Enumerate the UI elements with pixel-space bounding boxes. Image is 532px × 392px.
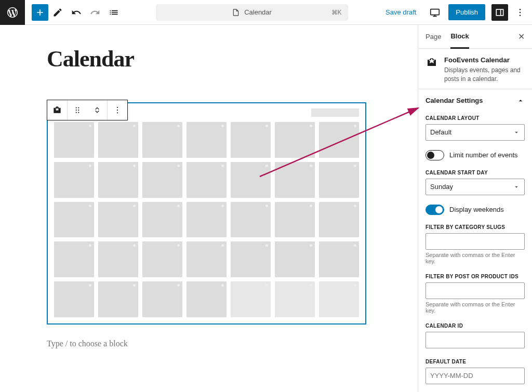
calendar-cell (142, 202, 182, 238)
svg-point-13 (117, 112, 118, 113)
block-description: Displays events, pages and posts in a ca… (444, 66, 525, 84)
svg-point-4 (520, 15, 521, 16)
calendar-cell (275, 162, 315, 198)
calendar-cell (98, 122, 138, 158)
undo-button[interactable] (67, 2, 86, 23)
settings-sidebar: Page Block ✕ FooEvents Calendar Displays… (418, 25, 532, 392)
add-block-button[interactable] (32, 4, 48, 21)
calendar-cell (231, 202, 271, 238)
calendar-cell (142, 162, 182, 198)
calendar-cell (54, 281, 94, 317)
drag-handle[interactable] (68, 100, 87, 120)
label-display-weekends: Display weekends (449, 206, 504, 213)
calendar-cell (142, 241, 182, 277)
hint-filter-category: Separate with commas or the Enter key. (418, 252, 532, 268)
select-calendar-layout[interactable]: Default (425, 124, 525, 141)
calendar-cell (319, 162, 359, 198)
block-icon (425, 56, 438, 69)
select-start-day[interactable]: Sunday (425, 179, 525, 195)
calendar-cell (231, 162, 271, 198)
page-title[interactable]: Calendar (47, 46, 392, 72)
calendar-nav-placeholder (311, 109, 359, 117)
wp-logo[interactable] (0, 0, 25, 25)
svg-point-5 (76, 107, 77, 108)
label-filter-category: FILTER BY CATEGORY SLUGS (418, 224, 532, 230)
calendar-cell (98, 202, 138, 238)
page-icon (232, 8, 240, 17)
toggle-display-weekends[interactable] (425, 205, 444, 215)
svg-point-11 (117, 107, 118, 108)
svg-point-9 (76, 112, 77, 113)
calendar-cell (98, 281, 138, 317)
block-more-button[interactable] (108, 100, 127, 120)
svg-rect-1 (496, 9, 503, 16)
input-calendar-id[interactable] (425, 332, 525, 348)
calendar-cell (187, 162, 227, 198)
calendar-cell (319, 202, 359, 238)
calendar-cell (275, 202, 315, 238)
calendar-cell (319, 122, 359, 158)
calendar-cell (54, 122, 94, 158)
save-draft-link[interactable]: Save draft (380, 5, 421, 19)
label-default-date: DEFAULT DATE (418, 359, 532, 364)
document-title-pill[interactable]: Calendar ⌘K (156, 4, 348, 21)
calendar-cell (187, 202, 227, 238)
edit-tool-button[interactable] (48, 2, 67, 23)
document-title: Calendar (244, 8, 272, 16)
svg-point-8 (78, 110, 79, 111)
tab-page[interactable]: Page (425, 25, 441, 49)
chevron-down-icon (513, 129, 520, 136)
chevron-up-icon (516, 97, 525, 105)
svg-point-2 (520, 8, 521, 10)
chevron-down-icon (513, 183, 520, 191)
calendar-cell (275, 241, 315, 277)
block-type-button[interactable] (47, 100, 67, 120)
svg-point-10 (78, 112, 79, 113)
hint-filter-ids: Separate with commas or the Enter key. (418, 301, 532, 318)
calendar-cell (98, 162, 138, 198)
calendar-cell (231, 241, 271, 277)
toggle-limit-events[interactable] (425, 150, 444, 160)
calendar-block[interactable] (47, 102, 366, 325)
label-filter-ids: FILTER BY POST OR PRODUCT IDS (418, 274, 532, 279)
calendar-cell (275, 281, 315, 317)
label-start-day: CALENDAR START DAY (418, 170, 532, 175)
block-appender-prompt[interactable]: Type / to choose a block (47, 339, 392, 348)
calendar-cell (142, 281, 182, 317)
tab-block[interactable]: Block (450, 25, 469, 49)
calendar-cell (142, 122, 182, 158)
close-sidebar-button[interactable]: ✕ (518, 32, 525, 42)
block-toolbar (47, 100, 128, 120)
calendar-cell (187, 241, 227, 277)
label-limit-events: Limit number of events (449, 151, 518, 159)
sidebar-toggle-button[interactable] (491, 4, 508, 21)
calendar-cell (54, 241, 94, 277)
svg-point-7 (76, 110, 77, 111)
calendar-cell (275, 122, 315, 158)
calendar-grid (54, 122, 359, 317)
shortcut-hint: ⌘K (331, 9, 342, 16)
block-name: FooEvents Calendar (444, 56, 525, 64)
label-calendar-id: CALENDAR ID (418, 323, 532, 329)
section-calendar-settings[interactable]: Calendar Settings (418, 89, 532, 110)
publish-button[interactable]: Publish (448, 4, 485, 20)
label-calendar-layout: CALENDAR LAYOUT (418, 115, 532, 121)
calendar-cell (98, 241, 138, 277)
calendar-cell (187, 281, 227, 317)
calendar-cell (231, 281, 271, 317)
svg-point-12 (117, 110, 118, 111)
svg-rect-0 (431, 9, 440, 15)
calendar-cell (54, 202, 94, 238)
svg-point-3 (520, 11, 521, 13)
move-button[interactable] (87, 100, 107, 120)
calendar-cell (54, 162, 94, 198)
list-view-button[interactable] (104, 2, 123, 23)
calendar-cell (231, 122, 271, 158)
more-options-button[interactable] (512, 7, 528, 18)
input-filter-category[interactable] (425, 233, 525, 250)
preview-button[interactable] (425, 3, 444, 22)
calendar-cell (319, 241, 359, 277)
input-filter-ids[interactable] (425, 282, 525, 299)
input-default-date[interactable] (425, 368, 525, 384)
redo-button[interactable] (86, 2, 104, 23)
